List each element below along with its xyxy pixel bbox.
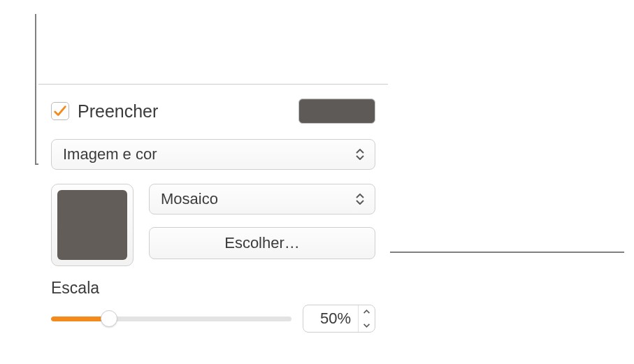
fill-label: Preencher: [78, 101, 158, 122]
updown-arrows-icon: [354, 194, 366, 205]
fill-scaling-popup[interactable]: Mosaico: [149, 184, 375, 214]
choose-image-button[interactable]: Escolher…: [149, 227, 375, 259]
fill-color-well[interactable]: [298, 99, 375, 124]
fill-header: Preencher: [51, 99, 375, 124]
choose-image-label: Escolher…: [224, 234, 300, 252]
fill-type-popup[interactable]: Imagem e cor: [51, 139, 375, 170]
slider-track: [51, 316, 291, 321]
scale-slider[interactable]: [51, 308, 291, 329]
scale-label: Escala: [51, 279, 375, 298]
fill-image-controls: Mosaico Escolher…: [149, 184, 375, 266]
fill-scaling-label: Mosaico: [161, 190, 218, 208]
callout-line-left: [35, 14, 36, 164]
fill-panel: Preencher Imagem e cor Mosaico Escolher…: [38, 84, 388, 351]
scale-value-input[interactable]: [303, 310, 358, 328]
scale-value-box: [303, 305, 375, 333]
updown-arrows-icon: [354, 149, 366, 160]
callout-line-right: [390, 252, 624, 253]
chevron-up-icon: [363, 310, 370, 314]
chevron-down-icon: [363, 323, 370, 328]
stepper-down-button[interactable]: [359, 319, 375, 332]
fill-type-label: Imagem e cor: [63, 145, 157, 163]
fill-image-thumbnail: [57, 190, 127, 260]
scale-stepper: [358, 305, 375, 332]
fill-checkbox[interactable]: [51, 102, 69, 120]
fill-image-well[interactable]: [51, 184, 134, 266]
scale-row: [51, 305, 375, 333]
fill-checkbox-wrap: Preencher: [51, 101, 158, 122]
slider-thumb[interactable]: [101, 310, 117, 327]
checkmark-icon: [52, 103, 68, 119]
fill-image-row: Mosaico Escolher…: [51, 184, 375, 266]
stepper-up-button[interactable]: [359, 305, 375, 319]
